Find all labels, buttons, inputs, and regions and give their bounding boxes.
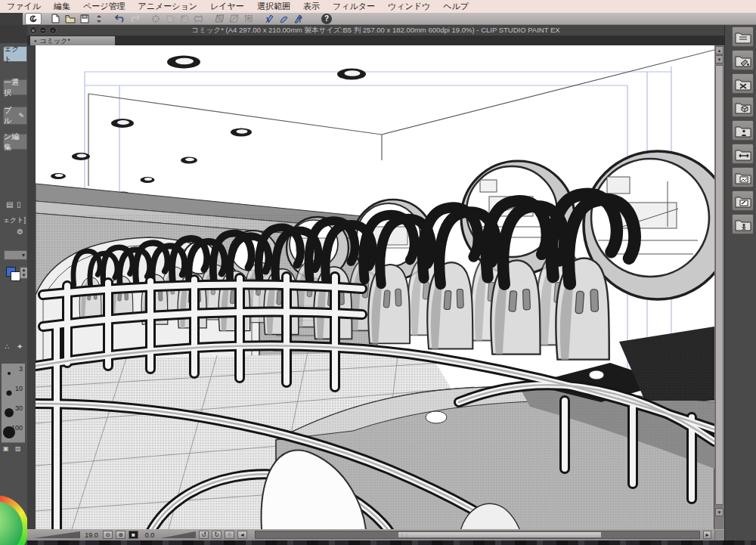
right-dock [724,25,756,545]
trash-icon[interactable]: ▯ [17,200,21,209]
palette-edit-history-icon[interactable] [732,190,754,211]
palette-figure-icon[interactable] [732,214,754,234]
reselect-icon [164,14,175,23]
undo-icon[interactable] [114,14,125,23]
canvas-status-bar: 19.0 ⊖ ⊕ ■ 0.0 ↺ ↻ ✻ ◂ ⋮⋮ ▸ [27,529,724,540]
spray-icon[interactable]: ∴ [5,342,9,351]
subtool-item-object[interactable]: ェクト [3,46,27,62]
help-button[interactable]: ? [321,14,332,24]
rect-tool-3-icon [243,14,254,23]
left-dock-top [0,13,23,25]
canvas-artwork [36,45,714,529]
menu-filter[interactable]: フィルター [333,1,375,12]
menu-edit[interactable]: 編集 [54,1,70,12]
palette-sub-view-icon[interactable] [732,97,754,117]
vertical-scroll-thumb[interactable] [715,65,723,505]
wand-icon[interactable]: ✦ [17,342,23,351]
clip-studio-logo-icon[interactable] [25,13,42,25]
brush-size-row[interactable]: 30 [2,403,25,423]
deselect-icon [150,14,161,23]
save-document-icon[interactable] [79,14,90,23]
subtool-detail-icon[interactable]: ⚙ [17,228,23,236]
left-dock: ェクト 一選択 ブル✎ ン編集 ▤ ▯ ェクト] ⚙ ▾ ▲▼ ∴ ✦ 3 10… [0,25,28,545]
color-wheel[interactable] [0,495,28,545]
rect-tool-2-icon [228,14,240,23]
scroll-up2-icon[interactable]: ▼ [715,55,723,63]
selection-extra-icon [193,14,204,23]
canvas-viewport[interactable] [36,45,714,529]
horizontal-scrollbar[interactable]: ⋮⋮ [255,531,700,539]
palette-material-icon[interactable] [732,50,754,70]
rotate-right-icon[interactable]: ↻ [212,531,222,539]
reset-rotation-icon: ✻ [225,531,234,539]
new-document-icon[interactable] [50,14,61,23]
scroll-down-icon[interactable]: ▼ [715,508,723,516]
document-window: ✕ ─ ▫ コミック* (A4 297.00 x 210.00mm 製本サイズ:… [27,25,724,540]
palette-mini-button[interactable]: ▣ [3,445,9,452]
add-subtool-icon[interactable]: ▤ [6,200,13,209]
menu-bar: ファイル 編集 ページ管理 アニメーション レイヤー 選択範囲 表示 フィルター… [0,0,756,13]
scroll-right-icon[interactable]: ▸ [703,531,711,539]
menu-window[interactable]: ウィンドウ [388,1,430,12]
property-dropdown[interactable]: ▾ [4,250,27,260]
menu-layer[interactable]: レイヤー [210,1,244,12]
palette-mini-button[interactable]: ▨ [15,445,21,452]
resize-grip[interactable] [714,530,724,540]
snap-to-special-ruler-icon[interactable] [278,14,290,23]
vertical-scrollbar[interactable]: ▲ ▼ ▼ [714,45,724,529]
menu-help[interactable]: ヘルプ [443,1,469,12]
document-title-bar[interactable]: ✕ ─ ▫ コミック* (A4 297.00 x 210.00mm 製本サイズ:… [27,25,724,36]
zoom-value: 19.0 [83,531,100,539]
menu-animation[interactable]: アニメーション [138,1,198,12]
tab-bar: ● コミック* [27,36,724,45]
rotation-slider[interactable] [161,531,196,538]
tab-label: コミック* [40,36,70,46]
clip-studio-paint-window: ファイル 編集 ページ管理 アニメーション レイヤー 選択範囲 表示 フィルター… [0,0,756,545]
menu-view[interactable]: 表示 [303,1,320,12]
zoom-slider[interactable] [33,531,80,538]
brush-size-row[interactable]: 100 [2,423,25,443]
brush-size-row[interactable]: 10 [2,383,25,404]
background-artwork-strip [27,540,756,545]
scroll-up-icon[interactable]: ▲ [715,46,723,54]
redo-icon [129,14,140,23]
zoom-reset-icon[interactable]: ⊕ [116,531,125,539]
invert-selection-icon [178,14,190,23]
horizontal-scroll-thumb[interactable]: ⋮⋮ [398,531,602,538]
document-title: コミック* (A4 297.00 x 210.00mm 製本サイズ:B5 判 2… [27,26,724,36]
page-stepper-icon[interactable] [93,14,104,23]
tab-modified-dot: ● [34,39,37,43]
menu-page-manage[interactable]: ページ管理 [83,1,125,12]
pen-icon: ✎ [18,112,24,119]
tool-property-header: ェクト] [3,215,26,225]
subtool-item-layer-select[interactable]: 一選択 [3,79,27,95]
flip-icon[interactable]: ◂ [237,531,247,539]
rotate-left-icon[interactable]: ↺ [199,531,209,539]
subtool-item-line-edit[interactable]: ン編集 [3,134,27,150]
command-bar: ? [0,13,756,25]
fit-to-window-icon[interactable]: ■ [129,531,138,539]
menu-file[interactable]: ファイル [7,1,41,12]
brush-size-row[interactable]: 3 [2,364,25,384]
zoom-out-icon[interactable]: ⊖ [103,531,113,539]
menu-selection[interactable]: 選択範囲 [257,1,290,12]
palette-quick-access-icon[interactable] [732,26,754,47]
palette-item-bank-icon[interactable] [732,120,754,141]
rect-tool-1-icon [214,14,225,23]
snap-to-grid-icon[interactable] [293,14,304,23]
subtool-item-table[interactable]: ブル✎ [3,107,27,125]
rotation-value: 0.0 [141,531,158,539]
tab-comic[interactable]: ● コミック* [30,36,115,45]
palette-pose-icon[interactable] [732,144,754,164]
palette-image-material-icon[interactable] [732,167,754,187]
open-file-icon[interactable] [64,14,76,23]
palette-navigator-icon[interactable] [732,73,754,94]
snap-to-ruler-icon[interactable] [264,14,275,23]
